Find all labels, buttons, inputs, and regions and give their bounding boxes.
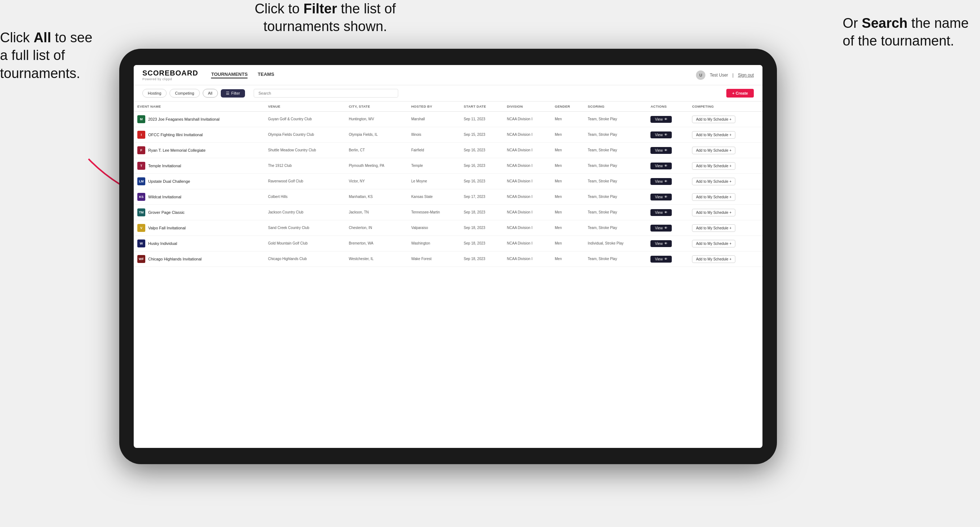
- cell-division: NCAA Division I: [503, 112, 551, 127]
- table-header-row: EVENT NAME VENUE CITY, STATE HOSTED BY S…: [134, 102, 762, 112]
- logo-area: SCOREBOARD Powered by clippd: [142, 69, 198, 81]
- cell-competing: Add to My Schedule +: [688, 143, 762, 158]
- view-label: View: [655, 179, 663, 184]
- eye-icon: 👁: [664, 195, 667, 198]
- cell-event-name: WF Chicago Highlands Invitational: [134, 251, 264, 267]
- cell-start-date: Sep 15, 2023: [460, 127, 503, 143]
- cell-event-name: LM Upstate Dual Challenge: [134, 174, 264, 189]
- view-label: View: [655, 148, 663, 152]
- nav-tournaments[interactable]: TOURNAMENTS: [211, 71, 248, 78]
- col-event-name: EVENT NAME: [134, 102, 264, 112]
- event-name-text: Wildcat Invitational: [148, 195, 181, 199]
- col-competing: COMPETING: [688, 102, 762, 112]
- search-input[interactable]: [254, 89, 398, 97]
- event-name-text: Husky Individual: [148, 241, 177, 246]
- view-button[interactable]: View 👁: [651, 240, 672, 247]
- cell-venue: Shuttle Meadow Country Club: [264, 143, 345, 158]
- cell-start-date: Sep 18, 2023: [460, 251, 503, 267]
- cell-gender: Men: [551, 236, 584, 251]
- annotation-topleft: Click All to see a full list of tourname…: [0, 29, 94, 83]
- filter-button[interactable]: ☰ Filter: [221, 89, 245, 97]
- view-button[interactable]: View 👁: [651, 162, 672, 170]
- event-logo: M: [137, 115, 145, 123]
- view-button[interactable]: View 👁: [651, 225, 672, 232]
- cell-division: NCAA Division I: [503, 127, 551, 143]
- tablet-screen: SCOREBOARD Powered by clippd TOURNAMENTS…: [134, 65, 762, 448]
- add-to-schedule-button[interactable]: Add to My Schedule +: [692, 209, 735, 216]
- cell-division: NCAA Division I: [503, 158, 551, 174]
- cell-start-date: Sep 18, 2023: [460, 236, 503, 251]
- cell-city-state: Bremerton, WA: [345, 236, 407, 251]
- add-to-schedule-button[interactable]: Add to My Schedule +: [692, 131, 735, 139]
- col-division: DIVISION: [503, 102, 551, 112]
- cell-actions: View 👁: [647, 143, 688, 158]
- tab-hosting[interactable]: Hosting: [142, 89, 167, 97]
- cell-division: NCAA Division I: [503, 189, 551, 205]
- cell-city-state: Westchester, IL: [345, 251, 407, 267]
- cell-city-state: Huntington, WV: [345, 112, 407, 127]
- view-button[interactable]: View 👁: [651, 147, 672, 154]
- add-to-schedule-button[interactable]: Add to My Schedule +: [692, 240, 735, 248]
- cell-hosted-by: Wake Forest: [407, 251, 460, 267]
- add-to-schedule-button[interactable]: Add to My Schedule +: [692, 147, 735, 154]
- nav-teams[interactable]: TEAMS: [258, 71, 274, 78]
- sign-out-link[interactable]: Sign out: [738, 73, 754, 78]
- cell-gender: Men: [551, 251, 584, 267]
- view-button[interactable]: View 👁: [651, 178, 672, 185]
- eye-icon: 👁: [664, 148, 667, 152]
- eye-icon: 👁: [664, 211, 667, 214]
- view-button[interactable]: View 👁: [651, 132, 672, 138]
- cell-hosted-by: Tennessee-Martin: [407, 205, 460, 220]
- view-button[interactable]: View 👁: [651, 256, 672, 263]
- cell-start-date: Sep 17, 2023: [460, 189, 503, 205]
- tournaments-table: EVENT NAME VENUE CITY, STATE HOSTED BY S…: [134, 102, 762, 267]
- add-to-schedule-button[interactable]: Add to My Schedule +: [692, 162, 735, 170]
- col-city-state: CITY, STATE: [345, 102, 407, 112]
- cell-event-name: W Husky Individual: [134, 236, 264, 251]
- add-to-schedule-button[interactable]: Add to My Schedule +: [692, 193, 735, 201]
- cell-actions: View 👁: [647, 112, 688, 127]
- cell-actions: View 👁: [647, 236, 688, 251]
- add-to-schedule-button[interactable]: Add to My Schedule +: [692, 224, 735, 232]
- table-row: F Ryan T. Lee Memorial Collegiate Shuttl…: [134, 143, 762, 158]
- add-to-schedule-button[interactable]: Add to My Schedule +: [692, 116, 735, 123]
- event-logo: LM: [137, 177, 145, 185]
- cell-start-date: Sep 18, 2023: [460, 205, 503, 220]
- view-button[interactable]: View 👁: [651, 116, 672, 123]
- table-row: KS Wildcat Invitational Colbert Hills Ma…: [134, 189, 762, 205]
- cell-gender: Men: [551, 174, 584, 189]
- cell-venue: Ravenwood Golf Club: [264, 174, 345, 189]
- cell-venue: Gold Mountain Golf Club: [264, 236, 345, 251]
- event-name-text: Upstate Dual Challenge: [148, 179, 190, 184]
- create-button[interactable]: + Create: [726, 89, 754, 97]
- add-to-schedule-button[interactable]: Add to My Schedule +: [692, 178, 735, 185]
- cell-scoring: Individual, Stroke Play: [584, 236, 647, 251]
- add-to-schedule-button[interactable]: Add to My Schedule +: [692, 256, 735, 263]
- view-button[interactable]: View 👁: [651, 194, 672, 200]
- eye-icon: 👁: [664, 257, 667, 261]
- table-row: TM Grover Page Classic Jackson Country C…: [134, 205, 762, 220]
- logo-text: SCOREBOARD: [142, 69, 198, 77]
- cell-venue: Olympia Fields Country Club: [264, 127, 345, 143]
- col-hosted-by: HOSTED BY: [407, 102, 460, 112]
- cell-actions: View 👁: [647, 220, 688, 236]
- cell-hosted-by: Marshall: [407, 112, 460, 127]
- tab-competing[interactable]: Competing: [169, 89, 199, 97]
- view-button[interactable]: View 👁: [651, 209, 672, 216]
- cell-division: NCAA Division I: [503, 251, 551, 267]
- cell-start-date: Sep 16, 2023: [460, 143, 503, 158]
- cell-gender: Men: [551, 158, 584, 174]
- cell-division: NCAA Division I: [503, 174, 551, 189]
- event-logo: W: [137, 240, 145, 248]
- cell-city-state: Plymouth Meeting, PA: [345, 158, 407, 174]
- cell-gender: Men: [551, 112, 584, 127]
- event-name-text: Grover Page Classic: [148, 210, 185, 214]
- cell-start-date: Sep 18, 2023: [460, 220, 503, 236]
- separator: |: [732, 73, 733, 78]
- cell-event-name: T Temple Invitational: [134, 158, 264, 174]
- col-start-date: START DATE: [460, 102, 503, 112]
- tab-all[interactable]: All: [203, 89, 218, 97]
- cell-actions: View 👁: [647, 251, 688, 267]
- cell-event-name: V Valpo Fall Invitational: [134, 220, 264, 236]
- eye-icon: 👁: [664, 179, 667, 183]
